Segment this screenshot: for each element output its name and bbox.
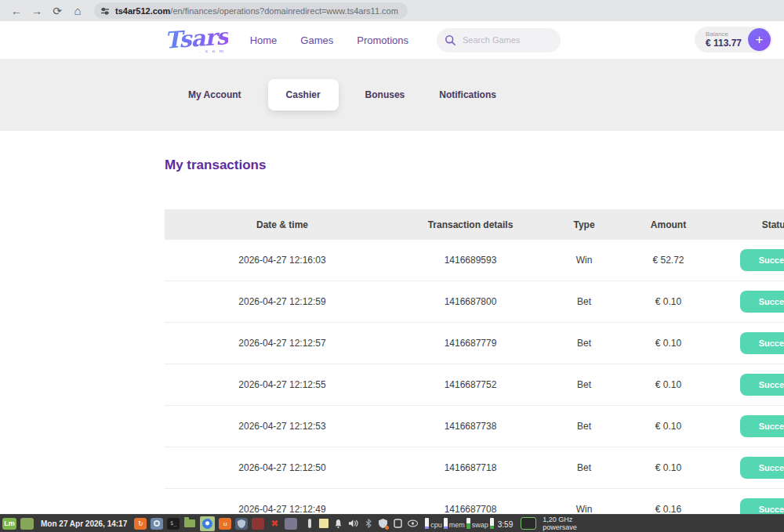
balance-area: Balance € 113.77 + [695,27,772,52]
cell-type: Bet [541,379,627,390]
browser-home-button[interactable]: ⌂ [69,2,86,20]
mem-label: mem [449,521,465,529]
app-purple-icon[interactable] [285,518,297,530]
temperature-icon[interactable] [304,518,314,530]
status-badge[interactable]: Success [740,374,784,396]
cpu-frequency-icon[interactable] [521,517,536,530]
main-nav: Home Games Promotions [250,34,408,46]
cell-datetime: 2026-04-27 12:12:49 [165,504,400,515]
address-bar[interactable]: ts4ar512.com/en/finances/operations?doma… [94,2,408,19]
tab-notifications[interactable]: Notifications [431,79,504,110]
cell-type: Bet [541,421,627,432]
update-manager-icon[interactable]: ↻ [134,518,147,530]
cell-type: Bet [541,338,627,349]
status-badge[interactable]: Success [740,457,784,479]
swap-label: swap [472,521,488,529]
shield-badge [385,526,389,530]
mint-menu-button[interactable]: Lm [2,518,16,530]
col-header-amount: Amount [627,219,710,230]
cell-amount: € 0.10 [627,296,710,307]
balance-text: Balance € 113.77 [706,31,742,49]
cpu-bar [444,518,448,529]
monitor-bar [425,518,429,529]
cell-amount: € 52.72 [627,255,710,266]
cell-type: Bet [541,296,627,307]
balance-value: € 113.77 [706,38,742,49]
search-input[interactable] [463,35,549,45]
app-orange-icon[interactable]: u [219,518,231,530]
shield-app-icon[interactable] [235,518,248,530]
cell-datetime: 2026-04-27 12:12:57 [165,338,400,349]
show-desktop-button[interactable] [20,518,34,530]
col-header-datetime: Date & time [165,219,400,230]
col-header-status: Status [710,219,784,230]
shield-glyph-icon [238,519,245,528]
status-badge[interactable]: Success [740,332,784,354]
cell-datetime: 2026-04-27 12:12:55 [165,379,400,390]
search-icon [445,34,456,46]
cpu-frequency-value: 1,20 GHz [543,516,577,523]
tab-cashier[interactable]: Cashier [268,79,339,110]
tab-bonuses[interactable]: Bonuses [358,79,413,110]
status-badge[interactable]: Success [740,291,784,313]
cpu-governor: powersave [543,523,577,531]
balance-pill[interactable]: Balance € 113.77 + [695,27,772,52]
system-monitor: cpu mem swap 3:59 [425,518,513,529]
app-red-x-icon[interactable]: ✖ [268,518,281,530]
browser-toolbar: ← → ⟳ ⌂ ts4ar512.com/en/finances/operati… [0,0,784,21]
clipboard-icon[interactable] [393,518,403,530]
nav-link-home[interactable]: Home [250,34,278,46]
system-tray [304,518,418,530]
mem-bar [466,518,470,529]
url-path: /en/finances/operations?domainredirect=w… [170,6,398,16]
deposit-plus-button[interactable]: + [748,28,771,51]
nav-link-promotions[interactable]: Promotions [357,34,408,46]
bluetooth-icon[interactable] [363,518,373,530]
taskbar: Lm Mon 27 Apr 2026, 14:17 ↻ $_ u ✖ [0,514,784,532]
browser-forward-button[interactable]: → [28,2,45,20]
cell-type: Bet [541,462,627,473]
cell-datetime: 2026-04-27 12:16:03 [165,255,400,266]
notification-bell-icon[interactable] [333,518,343,530]
tsars-logo[interactable]: Tsars . c o m [165,27,228,53]
notes-icon[interactable] [319,519,328,528]
cell-details: 1416689593 [400,255,541,266]
browser-reload-button[interactable]: ⟳ [49,2,66,20]
table-row: 2026-04-27 12:12:50 1416687718 Bet € 0.1… [165,447,784,489]
cell-amount: € 0.10 [627,338,710,349]
tab-my-account[interactable]: My Account [180,79,249,110]
taskbar-clock[interactable]: Mon 27 Apr 2026, 14:17 [41,519,127,528]
status-badge[interactable]: Success [740,415,784,437]
cell-amount: € 0.16 [627,504,710,515]
search-games-box[interactable] [437,28,561,52]
cell-amount: € 0.10 [627,462,710,473]
table-row: 2026-04-27 12:16:03 1416689593 Win € 52.… [165,240,784,281]
cell-details: 1416687752 [400,379,541,390]
chrome-icon [202,519,212,529]
cpu-label: cpu [430,521,442,529]
url-domain: ts4ar512.com [115,6,170,16]
security-shield-icon[interactable] [378,518,388,530]
url-text: ts4ar512.com/en/finances/operations?doma… [115,6,398,16]
terminal-icon[interactable]: $_ [167,518,180,530]
browser-back-button[interactable]: ← [8,2,25,20]
main-content: My transactions Date & time Transaction … [0,157,784,530]
uptime-value: 3:59 [498,520,513,529]
cell-datetime: 2026-04-27 12:12:53 [165,421,400,432]
file-manager-icon[interactable] [183,518,196,530]
cell-details: 1416687708 [400,504,541,515]
eye-icon[interactable] [408,518,418,530]
site-settings-icon [100,6,110,16]
status-badge[interactable]: Success [740,249,784,271]
volume-icon[interactable] [348,518,358,530]
cell-type: Win [541,255,627,266]
app-darkred-icon[interactable] [252,518,264,530]
cell-details: 1416687800 [400,296,541,307]
nav-link-games[interactable]: Games [300,34,333,46]
cell-datetime: 2026-04-27 12:12:50 [165,462,400,473]
table-row: 2026-04-27 12:12:55 1416687752 Bet € 0.1… [165,364,784,406]
cell-type: Win [541,504,627,515]
cell-details: 1416687738 [400,421,541,432]
browser-window-active-icon[interactable] [200,516,215,531]
settings-app-icon[interactable] [151,518,163,530]
